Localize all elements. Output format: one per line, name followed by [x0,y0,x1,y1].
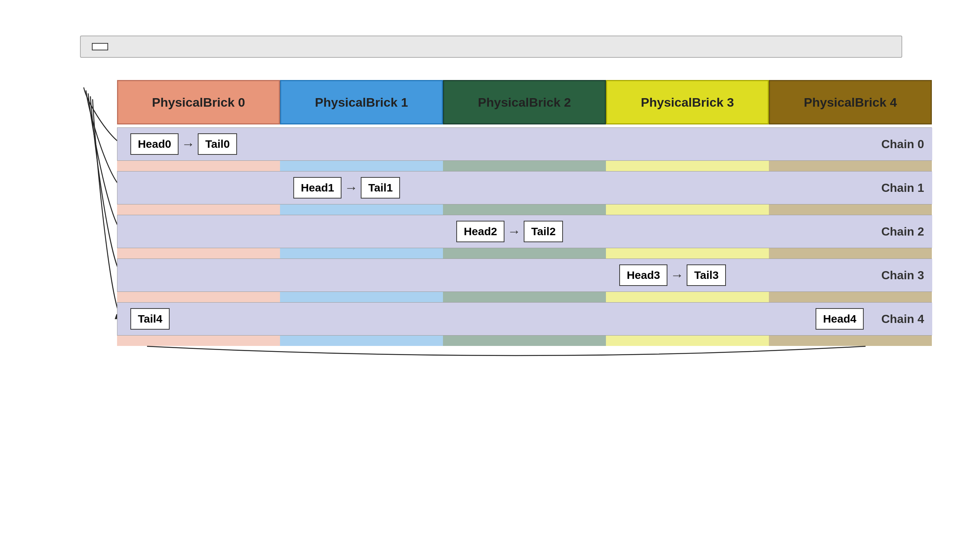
chain-1-seg-3 [606,171,769,204]
sep-0-4 [769,161,932,171]
sep-row-1 [117,205,932,215]
brick-header-4: PhysicalBrick 4 [769,80,932,125]
chain-2-seg-0 [117,215,280,248]
sep-row-0 [117,161,932,171]
chain-1-head-tail: Head1→Tail1 [293,177,400,198]
sep-4-4 [769,336,932,346]
chain-2-tail: Tail2 [524,221,563,242]
sep-row-3 [117,292,932,302]
chain-2-seg-3 [606,215,769,248]
sep-3-1 [280,292,443,302]
sep-1-0 [117,205,280,215]
brick-header-1: PhysicalBrick 1 [280,80,443,125]
chain-1-seg-2 [443,171,606,204]
chain-row-4: Chain 4Tail4Head4 [117,302,932,336]
chain-3-seg-2 [443,259,606,291]
client-label [92,43,108,50]
chain4-oval-svg [117,313,931,335]
sep-3-3 [606,292,769,302]
sep-1-3 [606,205,769,215]
chains-area: Chain 0Head0→Tail0Chain 1Head1→Tail1Chai… [117,127,932,346]
sep-4-2 [443,336,606,346]
sep-3-0 [117,292,280,302]
sep-2-2 [443,248,606,259]
sep-2-0 [117,248,280,259]
chain-1-head: Head1 [293,177,341,198]
sep-1-1 [280,205,443,215]
sep-1-2 [443,205,606,215]
chain-1-seg-0 [117,171,280,204]
arrows-column [80,80,117,346]
chain-group-2: Chain 2Head2→Tail2 [117,215,932,259]
sep-2-3 [606,248,769,259]
chain-label-0: Chain 0 [881,138,924,151]
sep-3-2 [443,292,606,302]
diagram-container: PhysicalBrick 0PhysicalBrick 1PhysicalBr… [35,21,925,539]
chain-3-seg-1 [280,259,443,291]
chain-label-1: Chain 1 [881,181,924,195]
chain-group-1: Chain 1Head1→Tail1 [117,171,932,215]
sep-4-1 [280,336,443,346]
bricks-row: PhysicalBrick 0PhysicalBrick 1PhysicalBr… [117,80,932,125]
sep-3-4 [769,292,932,302]
sep-0-0 [117,161,280,171]
sep-row-4 [117,336,932,346]
sep-row-2 [117,248,932,259]
chain-2-arrow: → [507,224,521,239]
chain-0-head: Head0 [130,133,179,155]
chain-label-2: Chain 2 [881,225,924,238]
right-side: PhysicalBrick 0PhysicalBrick 1PhysicalBr… [117,80,932,346]
chain-group-4: Chain 4Tail4Head4 [117,302,932,346]
sep-2-4 [769,248,932,259]
chain-3-arrow: → [670,267,684,283]
brick-header-0: PhysicalBrick 0 [117,80,280,125]
chain-3-seg-0 [117,259,280,291]
chain-row-3: Chain 3Head3→Tail3 [117,259,932,292]
chain-group-3: Chain 3Head3→Tail3 [117,259,932,302]
chain-0-seg-2 [443,128,606,160]
chain-1-tail: Tail1 [361,177,400,198]
sep-4-3 [606,336,769,346]
chain-2-head-tail: Head2→Tail2 [456,221,563,242]
main-area: PhysicalBrick 0PhysicalBrick 1PhysicalBr… [80,80,902,346]
brick-header-3: PhysicalBrick 3 [606,80,769,125]
chain-0-arrow: → [181,136,195,152]
sep-0-2 [443,161,606,171]
chain-0-head-tail: Head0→Tail0 [130,133,237,155]
sep-4-0 [117,336,280,346]
chain-3-head-tail: Head3→Tail3 [619,264,726,286]
sep-0-1 [280,161,443,171]
sep-0-3 [606,161,769,171]
chain-2-head: Head2 [456,221,504,242]
chain-0-tail: Tail0 [198,133,237,155]
sep-1-4 [769,205,932,215]
chain-row-1: Chain 1Head1→Tail1 [117,171,932,205]
chain-3-tail: Tail3 [686,264,726,286]
sep-2-1 [280,248,443,259]
chain-0-seg-1 [280,128,443,160]
chain-row-0: Chain 0Head0→Tail0 [117,127,932,161]
chain-row-2: Chain 2Head2→Tail2 [117,215,932,248]
chain-group-0: Chain 0Head0→Tail0 [117,127,932,171]
header-box [80,35,902,58]
chain-1-arrow: → [344,180,358,195]
chain-0-seg-3 [606,128,769,160]
chain-2-seg-1 [280,215,443,248]
brick-header-2: PhysicalBrick 2 [443,80,606,125]
chain-3-head: Head3 [619,264,667,286]
chain-label-3: Chain 3 [881,269,924,282]
